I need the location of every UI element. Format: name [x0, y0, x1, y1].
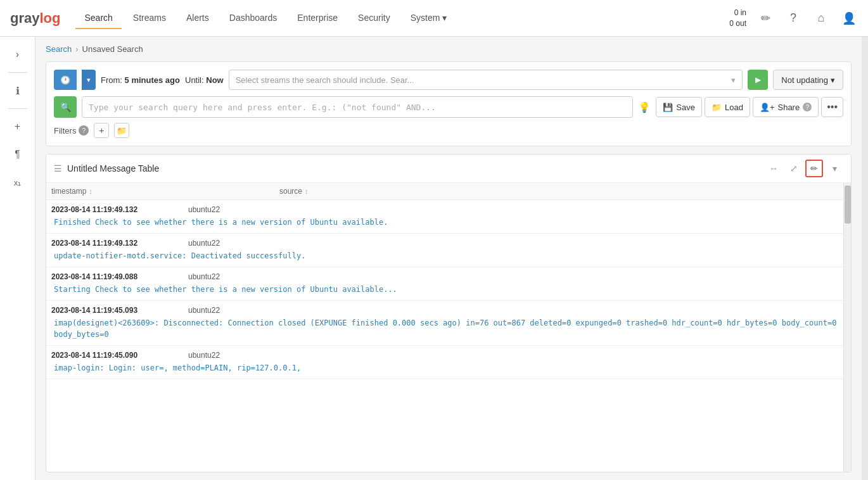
nav-search[interactable]: Search [75, 8, 121, 29]
expand-arrows-icon[interactable]: ↔ [765, 160, 782, 177]
main-nav: Search Streams Alerts Dashboards Enterpr… [75, 8, 729, 29]
col-header-timestamp[interactable]: timestamp ↕ [51, 187, 279, 196]
breadcrumb-search-link[interactable]: Search [46, 44, 72, 54]
not-updating-label: Not updating [781, 75, 828, 85]
table-menu-icon[interactable]: ☰ [54, 163, 62, 174]
table-actions: ↔ ⤢ ✏ ▾ [765, 160, 843, 177]
msg-body: imap(designet)<263609>: Disconnected: Co… [51, 317, 838, 340]
io-counter: 0 in 0 out [729, 8, 746, 29]
load-button[interactable]: 📁 Load [705, 97, 750, 117]
breadcrumb: Search › Unsaved Search [46, 44, 852, 54]
filters-label: Filters ? [54, 125, 89, 136]
info-sidebar-icon[interactable]: ℹ [5, 78, 30, 103]
io-out: 0 out [729, 18, 746, 29]
stream-selector[interactable]: Select streams the search should include… [229, 70, 743, 90]
home-nav-icon[interactable]: ⌂ [812, 9, 830, 27]
msg-body: Finished Check to see whether there is a… [51, 217, 838, 228]
filter-folder-button[interactable]: 📁 [114, 123, 129, 138]
table-title: Untitled Message Table [67, 163, 159, 174]
timerange-from-label: From: 5 minutes ago [101, 75, 180, 85]
toolbar-action-buttons: 💾 Save 📁 Load 👤+ Share ? ••• [656, 97, 843, 117]
search-row2: 🔍 💡 💾 Save 📁 Load 👤+ Share ? [54, 96, 843, 118]
user-nav-icon[interactable]: 👤 [840, 9, 858, 27]
nav-security[interactable]: Security [349, 8, 399, 29]
save-label: Save [676, 103, 695, 112]
timestamp-sort-icon: ↕ [89, 187, 93, 195]
left-sidebar: › ℹ + ¶ x₁ [0, 37, 35, 480]
collapse-sidebar-icon[interactable]: › [5, 42, 30, 67]
table-row[interactable]: 2023-08-14 11:19:49.088 ubuntu22 Startin… [46, 267, 843, 301]
sidebar-divider-1 [8, 72, 27, 73]
more-actions-button[interactable]: ••• [821, 97, 843, 117]
source-sort-icon: ↕ [305, 187, 309, 195]
filters-row: Filters ? + 📁 [54, 123, 843, 138]
logo: graylog [10, 10, 60, 27]
sidebar-divider-2 [8, 108, 27, 109]
help-nav-icon[interactable]: ? [784, 9, 802, 27]
share-help-icon: ? [803, 103, 812, 111]
msg-source: ubuntu22 [188, 205, 220, 214]
nav-enterprise[interactable]: Enterprise [288, 8, 347, 29]
content-area: Search › Unsaved Search 🕐 ▾ From: 5 minu… [35, 37, 862, 480]
search-toolbar: 🕐 ▾ From: 5 minutes ago Until: Now Selec… [46, 61, 852, 146]
run-search-button[interactable]: ▶ [748, 70, 768, 90]
filter-add-button[interactable]: + [94, 123, 109, 138]
msg-timestamp: 2023-08-14 11:19:45.090 [51, 351, 178, 360]
search-query-input[interactable] [82, 96, 633, 118]
logo-gray: gray [10, 10, 39, 27]
msg-source: ubuntu22 [188, 272, 220, 281]
subscript-sidebar-icon[interactable]: x₁ [5, 170, 30, 195]
table-row[interactable]: 2023-08-14 11:19:49.132 ubuntu22 update-… [46, 234, 843, 267]
table-row[interactable]: 2023-08-14 11:19:45.090 ubuntu22 imap-lo… [46, 346, 843, 379]
msg-source: ubuntu22 [188, 239, 220, 248]
scrollbar-thumb [845, 186, 851, 224]
from-value: 5 minutes ago [125, 75, 180, 85]
msg-timestamp: 2023-08-14 11:19:49.132 [51, 239, 178, 248]
save-icon: 💾 [663, 103, 673, 112]
fullscreen-icon[interactable]: ⤢ [785, 160, 803, 177]
timerange-caret[interactable]: ▾ [82, 70, 96, 90]
nav-dashboards[interactable]: Dashboards [220, 8, 286, 29]
msg-timestamp: 2023-08-14 11:19:45.093 [51, 306, 178, 315]
table-content: timestamp ↕ source ↕ 2023-08-14 11:19:49… [46, 183, 843, 472]
load-icon: 📁 [712, 103, 722, 112]
filters-help-icon[interactable]: ? [79, 125, 89, 136]
edit-widget-icon[interactable]: ✏ [805, 160, 823, 177]
share-label: Share [777, 103, 800, 112]
save-button[interactable]: 💾 Save [656, 97, 702, 117]
table-row[interactable]: 2023-08-14 11:19:49.132 ubuntu22 Finishe… [46, 200, 843, 234]
main-layout: › ℹ + ¶ x₁ Search › Unsaved Search 🕐 ▾ F… [0, 37, 868, 480]
msg-source: ubuntu22 [188, 351, 220, 360]
add-sidebar-icon[interactable]: + [5, 114, 30, 139]
edit-nav-icon[interactable]: ✏ [756, 9, 774, 27]
not-updating-caret-icon: ▾ [831, 75, 835, 85]
msg-timestamp: 2023-08-14 11:19:49.088 [51, 272, 178, 281]
table-scrollbar[interactable] [843, 183, 851, 472]
share-icon: 👤+ [760, 103, 775, 112]
table-header: ☰ Untitled Message Table ↔ ⤢ ✏ ▾ [46, 155, 851, 183]
msg-body: imap-login: Login: user=, method=PLAIN, … [51, 362, 838, 374]
nav-streams[interactable]: Streams [124, 8, 175, 29]
msg-body: update-notifier-motd.service: Deactivate… [51, 250, 838, 262]
not-updating-button[interactable]: Not updating ▾ [773, 70, 843, 90]
navbar: graylog Search Streams Alerts Dashboards… [0, 0, 868, 37]
msg-body: Starting Check to see whether there is a… [51, 284, 838, 295]
msg-timestamp: 2023-08-14 11:19:49.132 [51, 205, 178, 214]
col-header-source[interactable]: source ↕ [279, 187, 838, 196]
share-button[interactable]: 👤+ Share ? [753, 97, 819, 117]
load-label: Load [725, 103, 743, 112]
main-scrollbar[interactable] [862, 37, 868, 480]
search-execute-button[interactable]: 🔍 [54, 96, 77, 118]
msg-source: ubuntu22 [188, 306, 220, 315]
table-row[interactable]: 2023-08-14 11:19:45.093 ubuntu22 imap(de… [46, 301, 843, 346]
stream-placeholder: Select streams the search should include… [236, 75, 414, 85]
nav-system[interactable]: System ▾ [402, 8, 456, 29]
hint-bulb-icon[interactable]: 💡 [638, 101, 651, 113]
nav-alerts[interactable]: Alerts [177, 8, 218, 29]
paragraph-sidebar-icon[interactable]: ¶ [5, 142, 30, 167]
column-headers: timestamp ↕ source ↕ [46, 183, 843, 200]
breadcrumb-separator: › [75, 44, 78, 54]
timerange-button[interactable]: 🕐 [54, 70, 77, 90]
stream-dropdown-icon: ▾ [731, 75, 736, 85]
dropdown-widget-icon[interactable]: ▾ [826, 160, 843, 177]
